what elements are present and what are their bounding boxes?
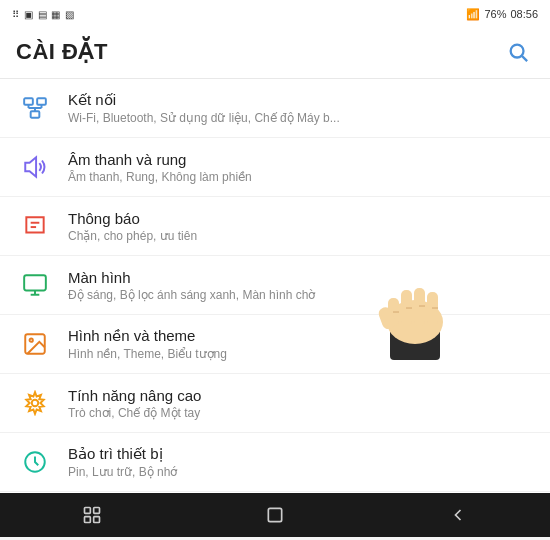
bao-tri-subtitle: Pin, Lưu trữ, Bộ nhớ bbox=[68, 465, 408, 479]
status-left-icons: ⠿ ▣ ▤ ▦ ▧ bbox=[12, 9, 75, 20]
thong-bao-subtitle: Chặn, cho phép, ưu tiên bbox=[68, 229, 408, 243]
svg-point-0 bbox=[511, 45, 524, 58]
svg-rect-37 bbox=[84, 508, 90, 514]
thong-bao-title: Thông báo bbox=[68, 210, 534, 227]
settings-item-tinh-nang[interactable]: Tính năng nâng cao Trò chơi, Chế độ Một … bbox=[0, 374, 550, 433]
am-thanh-text: Âm thanh và rung Âm thanh, Rung, Không l… bbox=[68, 151, 534, 184]
svg-rect-40 bbox=[93, 517, 99, 523]
ket-noi-title: Kết nối bbox=[68, 91, 534, 109]
nav-bar bbox=[0, 493, 550, 537]
man-hinh-text: Màn hình Độ sáng, Bộ lọc ánh sáng xanh, … bbox=[68, 269, 534, 302]
time-display: 08:56 bbox=[510, 8, 538, 20]
nav-home-button[interactable] bbox=[253, 493, 297, 537]
man-hinh-icon bbox=[16, 266, 54, 304]
ket-noi-text: Kết nối Wi-Fi, Bluetooth, Sử dụng dữ liệ… bbox=[68, 91, 534, 125]
settings-item-ket-noi[interactable]: Kết nối Wi-Fi, Bluetooth, Sử dụng dữ liệ… bbox=[0, 79, 550, 138]
status-bar: ⠿ ▣ ▤ ▦ ▧ 📶 76% 08:56 bbox=[0, 0, 550, 28]
header: CÀI ĐẶT bbox=[0, 28, 550, 79]
hinh-nen-icon bbox=[16, 325, 54, 363]
tinh-nang-title: Tính năng nâng cao bbox=[68, 387, 534, 404]
wifi-icon: 📶 bbox=[466, 8, 480, 21]
svg-point-17 bbox=[32, 400, 39, 407]
bao-tri-text: Bảo trì thiết bị Pin, Lưu trữ, Bộ nhớ bbox=[68, 445, 534, 479]
svg-rect-38 bbox=[93, 508, 99, 514]
notification-icons: ⠿ ▣ ▤ ▦ ▧ bbox=[12, 9, 75, 20]
svg-rect-2 bbox=[24, 98, 33, 105]
bao-tri-icon bbox=[16, 443, 54, 481]
status-right-icons: 📶 76% 08:56 bbox=[466, 8, 538, 21]
page-title: CÀI ĐẶT bbox=[16, 39, 108, 65]
tinh-nang-subtitle: Trò chơi, Chế độ Một tay bbox=[68, 406, 408, 420]
thong-bao-icon bbox=[16, 207, 54, 245]
settings-item-man-hinh[interactable]: Màn hình Độ sáng, Bộ lọc ánh sáng xanh, … bbox=[0, 256, 550, 315]
battery-level: 76% bbox=[484, 8, 506, 20]
am-thanh-icon bbox=[16, 148, 54, 186]
svg-point-16 bbox=[30, 339, 33, 342]
svg-rect-4 bbox=[31, 111, 40, 118]
svg-rect-41 bbox=[268, 508, 281, 521]
ket-noi-icon bbox=[16, 89, 54, 127]
tinh-nang-text: Tính năng nâng cao Trò chơi, Chế độ Một … bbox=[68, 387, 534, 420]
ket-noi-subtitle: Wi-Fi, Bluetooth, Sử dụng dữ liệu, Chế đ… bbox=[68, 111, 408, 125]
svg-rect-3 bbox=[37, 98, 46, 105]
search-button[interactable] bbox=[502, 36, 534, 68]
nav-back-button[interactable] bbox=[436, 493, 480, 537]
thong-bao-text: Thông báo Chặn, cho phép, ưu tiên bbox=[68, 210, 534, 243]
man-hinh-title: Màn hình bbox=[68, 269, 534, 286]
tinh-nang-icon bbox=[16, 384, 54, 422]
man-hinh-subtitle: Độ sáng, Bộ lọc ánh sáng xanh, Màn hình … bbox=[68, 288, 408, 302]
settings-item-bao-tri[interactable]: Bảo trì thiết bị Pin, Lưu trữ, Bộ nhớ bbox=[0, 433, 550, 492]
am-thanh-title: Âm thanh và rung bbox=[68, 151, 534, 168]
svg-rect-39 bbox=[84, 517, 90, 523]
settings-item-am-thanh[interactable]: Âm thanh và rung Âm thanh, Rung, Không l… bbox=[0, 138, 550, 197]
hinh-nen-text: Hình nền và theme Hình nền, Theme, Biểu … bbox=[68, 327, 534, 361]
am-thanh-subtitle: Âm thanh, Rung, Không làm phiền bbox=[68, 170, 408, 184]
svg-line-1 bbox=[522, 56, 527, 61]
hinh-nen-subtitle: Hình nền, Theme, Biểu tượng bbox=[68, 347, 408, 361]
bao-tri-title: Bảo trì thiết bị bbox=[68, 445, 534, 463]
svg-marker-9 bbox=[25, 157, 36, 177]
settings-item-hinh-nen[interactable]: Hình nền và theme Hình nền, Theme, Biểu … bbox=[0, 315, 550, 374]
hinh-nen-title: Hình nền và theme bbox=[68, 327, 534, 345]
svg-rect-12 bbox=[24, 275, 46, 290]
settings-list: Kết nối Wi-Fi, Bluetooth, Sử dụng dữ liệ… bbox=[0, 79, 550, 493]
settings-item-thong-bao[interactable]: Thông báo Chặn, cho phép, ưu tiên bbox=[0, 197, 550, 256]
nav-recent-button[interactable] bbox=[70, 493, 114, 537]
